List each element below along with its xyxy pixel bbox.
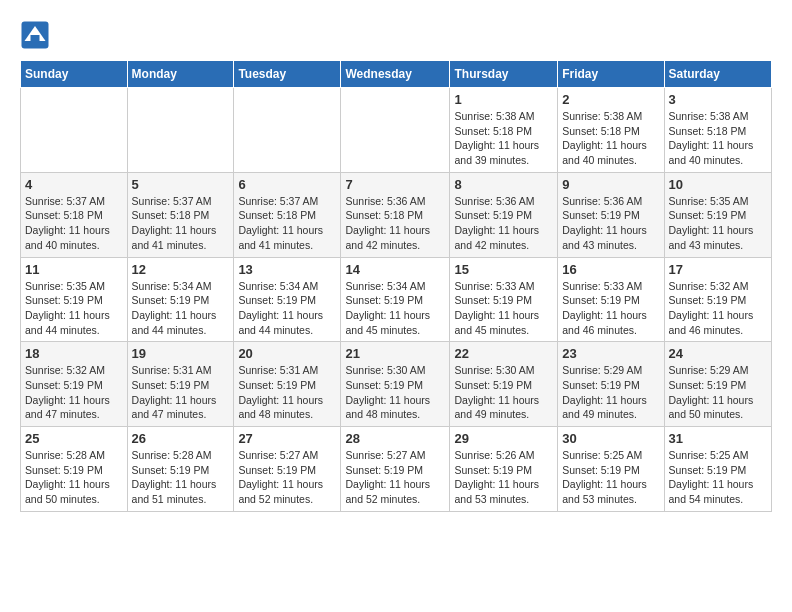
day-info: Sunrise: 5:38 AM Sunset: 5:18 PM Dayligh…: [669, 109, 767, 168]
day-cell: 2Sunrise: 5:38 AM Sunset: 5:18 PM Daylig…: [558, 88, 664, 173]
day-cell: 3Sunrise: 5:38 AM Sunset: 5:18 PM Daylig…: [664, 88, 771, 173]
day-number: 29: [454, 431, 553, 446]
day-number: 23: [562, 346, 659, 361]
day-number: 30: [562, 431, 659, 446]
day-info: Sunrise: 5:30 AM Sunset: 5:19 PM Dayligh…: [454, 363, 553, 422]
day-cell: 21Sunrise: 5:30 AM Sunset: 5:19 PM Dayli…: [341, 342, 450, 427]
day-number: 1: [454, 92, 553, 107]
day-number: 24: [669, 346, 767, 361]
svg-rect-2: [31, 35, 40, 43]
day-info: Sunrise: 5:37 AM Sunset: 5:18 PM Dayligh…: [238, 194, 336, 253]
week-row-1: 1Sunrise: 5:38 AM Sunset: 5:18 PM Daylig…: [21, 88, 772, 173]
day-info: Sunrise: 5:28 AM Sunset: 5:19 PM Dayligh…: [132, 448, 230, 507]
day-cell: 11Sunrise: 5:35 AM Sunset: 5:19 PM Dayli…: [21, 257, 128, 342]
day-cell: 12Sunrise: 5:34 AM Sunset: 5:19 PM Dayli…: [127, 257, 234, 342]
day-info: Sunrise: 5:32 AM Sunset: 5:19 PM Dayligh…: [25, 363, 123, 422]
day-cell: 14Sunrise: 5:34 AM Sunset: 5:19 PM Dayli…: [341, 257, 450, 342]
day-number: 28: [345, 431, 445, 446]
day-number: 14: [345, 262, 445, 277]
day-cell: 5Sunrise: 5:37 AM Sunset: 5:18 PM Daylig…: [127, 172, 234, 257]
day-number: 18: [25, 346, 123, 361]
col-header-saturday: Saturday: [664, 61, 771, 88]
day-info: Sunrise: 5:34 AM Sunset: 5:19 PM Dayligh…: [132, 279, 230, 338]
day-cell: [234, 88, 341, 173]
day-number: 20: [238, 346, 336, 361]
day-cell: 26Sunrise: 5:28 AM Sunset: 5:19 PM Dayli…: [127, 427, 234, 512]
day-info: Sunrise: 5:38 AM Sunset: 5:18 PM Dayligh…: [454, 109, 553, 168]
day-number: 12: [132, 262, 230, 277]
day-cell: 29Sunrise: 5:26 AM Sunset: 5:19 PM Dayli…: [450, 427, 558, 512]
day-number: 6: [238, 177, 336, 192]
day-info: Sunrise: 5:36 AM Sunset: 5:18 PM Dayligh…: [345, 194, 445, 253]
day-info: Sunrise: 5:27 AM Sunset: 5:19 PM Dayligh…: [238, 448, 336, 507]
day-info: Sunrise: 5:37 AM Sunset: 5:18 PM Dayligh…: [25, 194, 123, 253]
day-info: Sunrise: 5:28 AM Sunset: 5:19 PM Dayligh…: [25, 448, 123, 507]
col-header-friday: Friday: [558, 61, 664, 88]
day-info: Sunrise: 5:35 AM Sunset: 5:19 PM Dayligh…: [25, 279, 123, 338]
day-info: Sunrise: 5:33 AM Sunset: 5:19 PM Dayligh…: [454, 279, 553, 338]
day-cell: 24Sunrise: 5:29 AM Sunset: 5:19 PM Dayli…: [664, 342, 771, 427]
day-cell: 22Sunrise: 5:30 AM Sunset: 5:19 PM Dayli…: [450, 342, 558, 427]
day-number: 19: [132, 346, 230, 361]
day-number: 31: [669, 431, 767, 446]
day-info: Sunrise: 5:33 AM Sunset: 5:19 PM Dayligh…: [562, 279, 659, 338]
day-cell: 23Sunrise: 5:29 AM Sunset: 5:19 PM Dayli…: [558, 342, 664, 427]
day-cell: 25Sunrise: 5:28 AM Sunset: 5:19 PM Dayli…: [21, 427, 128, 512]
day-cell: 9Sunrise: 5:36 AM Sunset: 5:19 PM Daylig…: [558, 172, 664, 257]
calendar-table: SundayMondayTuesdayWednesdayThursdayFrid…: [20, 60, 772, 512]
day-number: 15: [454, 262, 553, 277]
day-info: Sunrise: 5:27 AM Sunset: 5:19 PM Dayligh…: [345, 448, 445, 507]
day-info: Sunrise: 5:32 AM Sunset: 5:19 PM Dayligh…: [669, 279, 767, 338]
day-cell: 4Sunrise: 5:37 AM Sunset: 5:18 PM Daylig…: [21, 172, 128, 257]
day-cell: [21, 88, 128, 173]
week-row-5: 25Sunrise: 5:28 AM Sunset: 5:19 PM Dayli…: [21, 427, 772, 512]
day-cell: [341, 88, 450, 173]
logo: [20, 20, 54, 50]
day-cell: 30Sunrise: 5:25 AM Sunset: 5:19 PM Dayli…: [558, 427, 664, 512]
day-info: Sunrise: 5:31 AM Sunset: 5:19 PM Dayligh…: [238, 363, 336, 422]
day-cell: 7Sunrise: 5:36 AM Sunset: 5:18 PM Daylig…: [341, 172, 450, 257]
page-header: [20, 20, 772, 50]
day-cell: 17Sunrise: 5:32 AM Sunset: 5:19 PM Dayli…: [664, 257, 771, 342]
day-number: 10: [669, 177, 767, 192]
day-cell: 28Sunrise: 5:27 AM Sunset: 5:19 PM Dayli…: [341, 427, 450, 512]
logo-icon: [20, 20, 50, 50]
day-cell: 1Sunrise: 5:38 AM Sunset: 5:18 PM Daylig…: [450, 88, 558, 173]
day-number: 13: [238, 262, 336, 277]
day-info: Sunrise: 5:37 AM Sunset: 5:18 PM Dayligh…: [132, 194, 230, 253]
day-number: 7: [345, 177, 445, 192]
day-cell: 6Sunrise: 5:37 AM Sunset: 5:18 PM Daylig…: [234, 172, 341, 257]
day-number: 17: [669, 262, 767, 277]
day-number: 26: [132, 431, 230, 446]
col-header-tuesday: Tuesday: [234, 61, 341, 88]
day-info: Sunrise: 5:29 AM Sunset: 5:19 PM Dayligh…: [669, 363, 767, 422]
day-number: 9: [562, 177, 659, 192]
col-header-monday: Monday: [127, 61, 234, 88]
day-cell: 27Sunrise: 5:27 AM Sunset: 5:19 PM Dayli…: [234, 427, 341, 512]
day-number: 27: [238, 431, 336, 446]
day-info: Sunrise: 5:35 AM Sunset: 5:19 PM Dayligh…: [669, 194, 767, 253]
day-cell: 10Sunrise: 5:35 AM Sunset: 5:19 PM Dayli…: [664, 172, 771, 257]
day-info: Sunrise: 5:29 AM Sunset: 5:19 PM Dayligh…: [562, 363, 659, 422]
day-number: 16: [562, 262, 659, 277]
day-info: Sunrise: 5:25 AM Sunset: 5:19 PM Dayligh…: [562, 448, 659, 507]
week-row-3: 11Sunrise: 5:35 AM Sunset: 5:19 PM Dayli…: [21, 257, 772, 342]
day-cell: 8Sunrise: 5:36 AM Sunset: 5:19 PM Daylig…: [450, 172, 558, 257]
week-row-4: 18Sunrise: 5:32 AM Sunset: 5:19 PM Dayli…: [21, 342, 772, 427]
day-cell: 19Sunrise: 5:31 AM Sunset: 5:19 PM Dayli…: [127, 342, 234, 427]
day-number: 5: [132, 177, 230, 192]
day-number: 22: [454, 346, 553, 361]
day-info: Sunrise: 5:26 AM Sunset: 5:19 PM Dayligh…: [454, 448, 553, 507]
day-cell: [127, 88, 234, 173]
day-cell: 16Sunrise: 5:33 AM Sunset: 5:19 PM Dayli…: [558, 257, 664, 342]
day-number: 11: [25, 262, 123, 277]
day-cell: 31Sunrise: 5:25 AM Sunset: 5:19 PM Dayli…: [664, 427, 771, 512]
day-cell: 15Sunrise: 5:33 AM Sunset: 5:19 PM Dayli…: [450, 257, 558, 342]
col-header-sunday: Sunday: [21, 61, 128, 88]
week-row-2: 4Sunrise: 5:37 AM Sunset: 5:18 PM Daylig…: [21, 172, 772, 257]
day-number: 3: [669, 92, 767, 107]
day-number: 21: [345, 346, 445, 361]
day-info: Sunrise: 5:30 AM Sunset: 5:19 PM Dayligh…: [345, 363, 445, 422]
day-info: Sunrise: 5:34 AM Sunset: 5:19 PM Dayligh…: [238, 279, 336, 338]
day-number: 4: [25, 177, 123, 192]
